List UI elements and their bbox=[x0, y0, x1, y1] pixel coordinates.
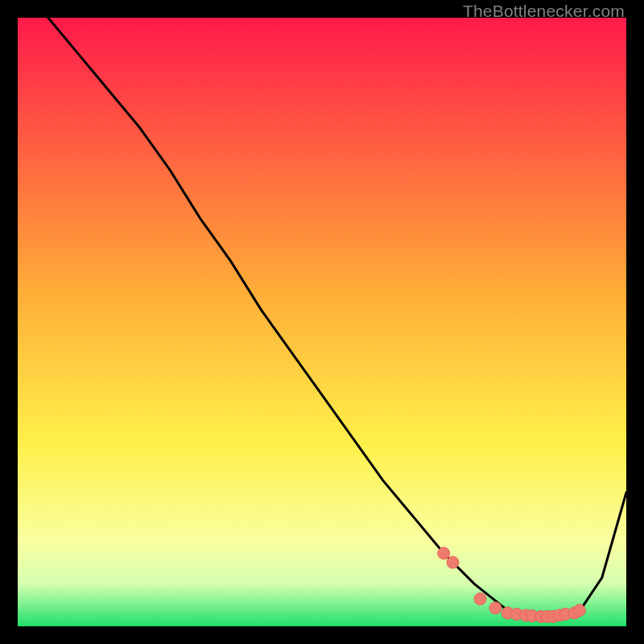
highlight-dot bbox=[474, 593, 486, 605]
watermark-label: TheBottlenecker.com bbox=[463, 2, 625, 21]
gradient-background bbox=[18, 18, 626, 626]
highlight-dot bbox=[573, 605, 585, 617]
highlight-dot bbox=[447, 556, 459, 568]
bottleneck-chart bbox=[18, 18, 626, 626]
highlight-dot bbox=[438, 547, 450, 559]
chart-frame bbox=[18, 18, 626, 626]
highlight-dot bbox=[489, 602, 502, 614]
